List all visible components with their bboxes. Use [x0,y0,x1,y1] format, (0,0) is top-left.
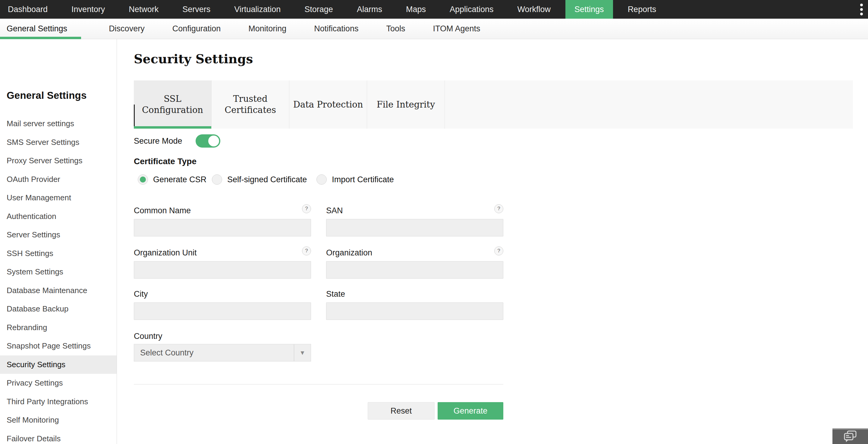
tab-label: File Integrity [377,99,435,110]
tab-label: Data Protection [293,99,363,110]
sidebar-item-proxy-server[interactable]: Proxy Server Settings [0,152,117,170]
tab-ssl-configuration[interactable]: SSL Configuration [134,81,212,129]
tab-data-protection[interactable]: Data Protection [289,81,367,129]
radio-icon [212,175,222,185]
common-name-help-icon[interactable]: ? [302,204,311,213]
organization-input[interactable] [326,261,503,279]
tab-label: SSL [164,93,181,104]
certificate-type-options: Generate CSR Self-signed Certificate Imp… [138,175,394,185]
tab-monitoring[interactable]: Monitoring [248,19,286,39]
chat-bubbles-icon [842,430,858,443]
sidebar-item-privacy-settings[interactable]: Privacy Settings [0,374,117,392]
country-select-value: Select Country [134,348,294,357]
reset-button[interactable]: Reset [368,402,435,420]
country-select[interactable]: Select Country ▼ [134,344,311,361]
organization-unit-label: Organization Unit [134,248,197,258]
settings-sub-nav: General Settings Discovery Configuration… [0,19,868,39]
tab-file-integrity[interactable]: File Integrity [367,81,445,129]
sidebar-item-user-management[interactable]: User Management [0,189,117,207]
radio-self-signed[interactable]: Self-signed Certificate [212,175,307,185]
radio-label: Generate CSR [153,175,207,184]
sidebar-item-rebranding[interactable]: Rebranding [0,318,117,337]
sidebar-item-third-party[interactable]: Third Party Integrations [0,392,117,411]
certificate-type-label: Certificate Type [134,157,196,166]
sidebar-item-system-settings[interactable]: System Settings [0,263,117,281]
city-label: City [134,289,148,299]
nav-workflow[interactable]: Workflow [518,0,551,19]
tab-discovery[interactable]: Discovery [109,19,145,39]
sidebar-item-oauth-provider[interactable]: OAuth Provider [0,170,117,189]
tab-label: Trusted [233,93,267,104]
radio-label: Self-signed Certificate [227,175,307,184]
common-name-input[interactable] [134,219,311,236]
sidebar-item-database-maintenance[interactable]: Database Maintenance [0,281,117,300]
secure-mode-toggle[interactable] [195,134,220,148]
tab-itom-agents[interactable]: ITOM Agents [433,19,480,39]
city-input[interactable] [134,303,311,320]
sidebar-menu: Mail server settings SMS Server Settings… [0,115,117,444]
sidebar-item-snapshot-page[interactable]: Snapshot Page Settings [0,337,117,355]
state-label: State [326,289,345,299]
nav-maps[interactable]: Maps [406,0,426,19]
sidebar-item-sms-server[interactable]: SMS Server Settings [0,133,117,152]
sidebar-item-database-backup[interactable]: Database Backup [0,300,117,318]
country-label: Country [134,331,162,341]
secure-mode-label: Secure Mode [134,136,182,146]
tab-label: Configuration [142,104,203,116]
nav-network[interactable]: Network [129,0,158,19]
nav-storage[interactable]: Storage [304,0,333,19]
nav-applications[interactable]: Applications [450,0,494,19]
radio-icon [138,175,148,185]
common-name-label: Common Name [134,206,191,215]
nav-virtualization[interactable]: Virtualization [234,0,281,19]
sidebar-item-ssh-settings[interactable]: SSH Settings [0,244,117,263]
sidebar-heading: General Settings [7,90,87,101]
tab-tools[interactable]: Tools [386,19,405,39]
sidebar: General Settings Mail server settings SM… [0,39,117,444]
radio-import-certificate[interactable]: Import Certificate [316,175,394,185]
sidebar-item-self-monitoring[interactable]: Self Monitoring [0,411,117,430]
tab-notifications[interactable]: Notifications [314,19,358,39]
radio-generate-csr[interactable]: Generate CSR [138,175,207,185]
toggle-knob [208,135,219,147]
organization-unit-input[interactable] [134,261,311,279]
nav-reports[interactable]: Reports [628,0,656,19]
organization-label: Organization [326,248,372,258]
nav-servers[interactable]: Servers [182,0,210,19]
radio-label: Import Certificate [332,175,394,184]
nav-inventory[interactable]: Inventory [71,0,105,19]
tab-trusted-certificates[interactable]: Trusted Certificates [212,81,289,129]
chat-launcher-button[interactable] [832,429,868,444]
chevron-down-icon: ▼ [294,344,311,361]
sidebar-item-mail-server[interactable]: Mail server settings [0,115,117,133]
nav-settings[interactable]: Settings [565,0,613,19]
tab-label: Certificates [224,104,276,116]
sidebar-item-server-settings[interactable]: Server Settings [0,226,117,244]
kebab-dot [860,4,863,6]
nav-alarms[interactable]: Alarms [357,0,382,19]
san-help-icon[interactable]: ? [494,204,503,213]
organization-unit-help-icon[interactable]: ? [302,246,311,255]
tab-general-settings[interactable]: General Settings [0,19,81,39]
radio-icon [316,175,327,185]
generate-button[interactable]: Generate [438,402,503,420]
form-divider [134,384,503,385]
sidebar-item-security-settings[interactable]: Security Settings [0,355,117,374]
kebab-menu-icon[interactable] [860,4,863,15]
nav-dashboard[interactable]: Dashboard [8,0,48,19]
san-input[interactable] [326,219,503,236]
top-nav: Dashboard Inventory Network Servers Virt… [0,0,868,19]
san-label: SAN [326,206,343,215]
sidebar-item-failover-details[interactable]: Failover Details [0,430,117,444]
page-title: Security Settings [134,52,253,66]
kebab-dot [860,13,863,15]
tab-configuration[interactable]: Configuration [173,19,221,39]
organization-help-icon[interactable]: ? [494,246,503,255]
sidebar-item-authentication[interactable]: Authentication [0,207,117,226]
security-tabs: SSL Configuration Trusted Certificates D… [134,81,853,129]
kebab-dot [860,8,863,11]
state-input[interactable] [326,303,503,320]
main-content: Security Settings SSL Configuration Trus… [117,39,868,444]
